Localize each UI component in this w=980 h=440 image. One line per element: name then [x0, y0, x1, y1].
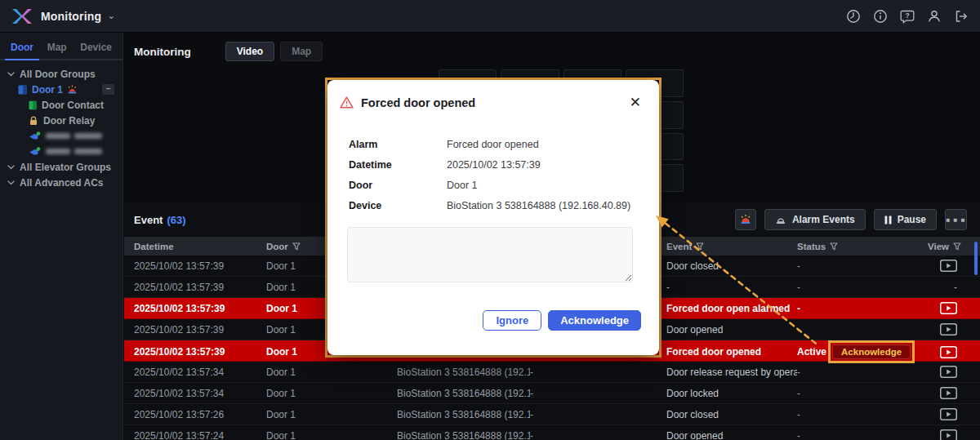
- cell-view: [928, 366, 967, 378]
- tree-item-all-elevator-groups[interactable]: All Elevator Groups: [0, 159, 122, 175]
- cell-event: Forced door open alarmed: [666, 303, 797, 314]
- acknowledge-inline-button[interactable]: Acknowledge: [832, 344, 911, 359]
- clock-icon[interactable]: [846, 9, 861, 24]
- play-video-icon[interactable]: [940, 387, 957, 399]
- sidebar-tab-door[interactable]: Door: [11, 42, 33, 53]
- cell-status: -: [797, 324, 928, 336]
- cell-door: Door 1: [266, 409, 397, 420]
- field-value: Forced door opened: [447, 139, 539, 150]
- cell-event: -: [666, 282, 797, 293]
- acknowledge-button[interactable]: Acknowledge: [548, 310, 641, 331]
- filter-icon[interactable]: [830, 242, 838, 251]
- cell-datetime: 2025/10/02 13:57:39: [134, 260, 266, 272]
- alarm-siren-icon: [67, 85, 78, 95]
- table-row[interactable]: 2025/10/02 13:57:34Door 1BioStation 3 53…: [124, 383, 980, 404]
- pause-label: Pause: [898, 214, 926, 225]
- cell-view: [928, 260, 967, 272]
- cell-view: [928, 408, 967, 420]
- filter-icon[interactable]: [696, 242, 704, 251]
- filter-icon[interactable]: [292, 242, 301, 251]
- field-value: BioStation 3 538164888 (192.168.40.89): [447, 200, 630, 211]
- camera-blue-icon: [29, 131, 41, 141]
- comment-textarea[interactable]: [347, 227, 633, 282]
- tree-item-door-relay[interactable]: Door Relay: [0, 113, 122, 128]
- view-button-map[interactable]: Map: [280, 42, 323, 61]
- tree-item-door-1[interactable]: Door 1–: [0, 82, 122, 97]
- close-icon[interactable]: ✕: [626, 94, 644, 111]
- status-text: -: [797, 430, 800, 440]
- cell-event: Door opened: [666, 430, 797, 440]
- column-label: Datetime: [134, 242, 174, 251]
- field-value: Door 1: [447, 180, 478, 191]
- play-video-icon[interactable]: [940, 323, 957, 336]
- field-label: Datetime: [349, 159, 447, 171]
- status-text: -: [797, 260, 800, 272]
- cell-status: -: [797, 303, 928, 314]
- sidebar-tab-map[interactable]: Map: [47, 42, 67, 53]
- view-toggle: VideoMap: [225, 42, 323, 61]
- chevron-down-icon: [7, 72, 15, 77]
- tree-item-door-contact[interactable]: Door Contact: [0, 97, 122, 113]
- modal-field-alarm: AlarmForced door opened: [349, 139, 659, 150]
- camera-blue-icon: [29, 147, 41, 157]
- tree-item-label: Door 1: [32, 84, 63, 96]
- alarm-events-button[interactable]: Alarm Events: [764, 209, 866, 230]
- cell-user: -: [530, 409, 666, 420]
- info-icon[interactable]: [873, 9, 888, 24]
- sidebar-tab-device[interactable]: Device: [80, 42, 112, 53]
- tree-item-all-advanced-acs[interactable]: All Advanced ACs: [0, 175, 122, 190]
- column-label: Event: [666, 242, 692, 251]
- filter-icon[interactable]: [953, 242, 961, 251]
- forced-door-opened-modal: Forced door opened ✕ AlarmForced door op…: [327, 80, 659, 355]
- cell-device: BioStation 3 538164888 (192.1...: [397, 388, 530, 399]
- column-header-event: Event: [666, 242, 797, 251]
- cell-device: BioStation 3 538164888 (192.1...: [397, 367, 530, 378]
- chevron-down-icon[interactable]: ⌄: [107, 10, 115, 21]
- column-label: Status: [797, 242, 826, 251]
- chevron-down-icon: [7, 180, 15, 185]
- topbar-icon-group: ?: [846, 9, 969, 24]
- logout-icon[interactable]: [954, 9, 969, 24]
- modal-actions: Ignore Acknowledge: [327, 282, 659, 331]
- play-video-icon[interactable]: [940, 429, 957, 440]
- tree-item-redacted[interactable]: [0, 144, 122, 159]
- play-video-icon[interactable]: [940, 346, 957, 358]
- help-icon[interactable]: ?: [900, 9, 915, 24]
- event-count-badge: (63): [167, 214, 185, 226]
- column-header-status: Status: [797, 242, 928, 251]
- play-video-icon[interactable]: [940, 366, 957, 378]
- cell-event: Door closed: [666, 260, 797, 272]
- cell-door: Door 1: [266, 430, 397, 440]
- table-row[interactable]: 2025/10/02 13:57:34Door 1BioStation 3 53…: [124, 362, 980, 383]
- cell-door: Door 1: [266, 388, 397, 399]
- play-video-icon[interactable]: [940, 260, 957, 272]
- cell-view: [928, 302, 967, 314]
- cell-event: Forced door opened: [666, 346, 797, 358]
- column-label: View: [928, 242, 949, 251]
- modal-title: Forced door opened: [361, 96, 475, 109]
- cell-device: BioStation 3 538164888 (192.1...: [397, 430, 530, 440]
- table-row[interactable]: 2025/10/02 13:57:26Door 1BioStation 3 53…: [124, 404, 980, 425]
- app-logo-icon: [11, 7, 33, 25]
- cell-status: -: [797, 430, 928, 440]
- play-video-icon[interactable]: [940, 408, 957, 420]
- tree-item-redacted[interactable]: [0, 128, 122, 144]
- ignore-button[interactable]: Ignore: [483, 310, 541, 331]
- cell-datetime: 2025/10/02 13:57:26: [134, 409, 266, 420]
- cell-datetime: 2025/10/02 13:57:39: [134, 303, 266, 314]
- alarm-siren-button[interactable]: [735, 209, 756, 230]
- modal-field-device: DeviceBioStation 3 538164888 (192.168.40…: [349, 200, 659, 211]
- pause-button[interactable]: Pause: [874, 209, 937, 230]
- redacted-label: [74, 149, 102, 154]
- view-button-video[interactable]: Video: [225, 42, 274, 61]
- tree-item-all-door-groups[interactable]: All Door Groups: [0, 66, 122, 82]
- cell-device: BioStation 3 538164888 (192.1...: [397, 409, 530, 420]
- event-more-button[interactable]: ■ ■ ■: [945, 209, 967, 230]
- user-icon[interactable]: [927, 9, 942, 24]
- play-video-icon[interactable]: [940, 302, 957, 314]
- app-window: Monitoring ⌄ ? DoorMapDevice All Door Gr…: [0, 0, 980, 440]
- event-table-scrollbar[interactable]: [974, 242, 978, 275]
- collapse-button[interactable]: –: [102, 84, 114, 95]
- sidebar-tree: All Door GroupsDoor 1–Door ContactDoor R…: [0, 60, 122, 190]
- table-row[interactable]: 2025/10/02 13:57:24Door 1BioStation 3 53…: [124, 425, 980, 440]
